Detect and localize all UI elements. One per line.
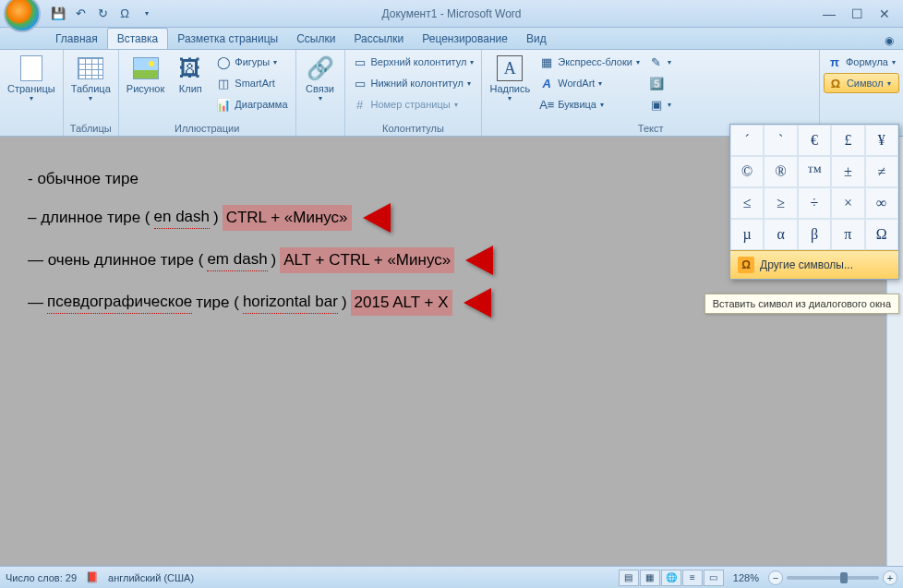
header-icon: ▭ <box>353 54 367 69</box>
symbol-cell[interactable]: µ <box>730 219 764 250</box>
symbol-cell[interactable]: β <box>798 219 831 250</box>
object-icon: ▣ <box>649 97 664 112</box>
table-icon <box>78 57 103 79</box>
sig-icon: ✎ <box>649 54 664 69</box>
pages-button[interactable]: Страницы ▾ <box>4 52 59 104</box>
zoom-thumb[interactable] <box>840 572 848 583</box>
symbol-cell[interactable]: ® <box>764 156 797 187</box>
title-bar: 💾 ↶ ↻ Ω ▾ Документ1 - Microsoft Word — ☐… <box>0 0 903 28</box>
web-view[interactable]: 🌐 <box>661 570 681 586</box>
qat-more-icon[interactable]: ▾ <box>137 4 157 24</box>
group-label <box>4 121 59 136</box>
textbox-button[interactable]: A Надпись ▾ <box>486 52 534 104</box>
omega-icon: Ω <box>738 257 754 273</box>
symbol-dropdown: ´`€£¥©®™±≠≤≥÷×∞µαβπΩ Ω Другие символы... <box>729 124 899 280</box>
highlight: 2015 ALT + X <box>351 290 452 316</box>
status-bar: Число слов: 29 📕 английский (США) ▤ ▦ 🌐 … <box>0 566 903 588</box>
textbox-icon: A <box>497 55 523 81</box>
illus-group-label: Иллюстрации <box>123 121 292 136</box>
symbol-cell[interactable]: ´ <box>730 125 764 156</box>
symbol-cell[interactable]: £ <box>831 125 864 156</box>
highlight: ALT + CTRL + «Минус» <box>280 247 454 273</box>
quickparts-button[interactable]: ▦Экспресс-блоки▾ <box>536 52 644 72</box>
datetime-button[interactable]: 5️⃣ <box>645 73 675 93</box>
symbol-cell[interactable]: © <box>730 156 764 187</box>
tab-references[interactable]: Ссылки <box>287 29 344 49</box>
group-links: 🔗 Связи ▾ <box>296 50 345 136</box>
symbol-cell[interactable]: ≥ <box>764 187 797 219</box>
symbol-cell[interactable]: Ω <box>865 219 898 250</box>
fullscreen-view[interactable]: ▦ <box>640 570 660 586</box>
zoom-in-button[interactable]: + <box>883 570 897 585</box>
page-icon <box>20 55 42 81</box>
tab-review[interactable]: Рецензирование <box>413 29 517 49</box>
symbol-cell[interactable]: × <box>831 187 864 219</box>
dropcap-button[interactable]: A≡Буквица▾ <box>536 94 644 114</box>
clipart-button[interactable]: 🖼 Клип <box>170 52 211 96</box>
symbol-cell[interactable]: ± <box>831 156 864 187</box>
proofing-icon[interactable]: 📕 <box>86 571 99 583</box>
zoom-track[interactable] <box>787 576 879 580</box>
minimize-button[interactable]: — <box>818 5 840 23</box>
picture-button[interactable]: Рисунок <box>123 52 169 96</box>
shapes-button[interactable]: ◯Фигуры▾ <box>212 52 291 72</box>
close-button[interactable]: ✕ <box>873 5 896 23</box>
word-count[interactable]: Число слов: 29 <box>6 572 77 583</box>
table-button[interactable]: Таблица ▾ <box>67 52 114 104</box>
symbol-cell[interactable]: € <box>798 125 831 156</box>
links-button[interactable]: 🔗 Связи ▾ <box>300 52 341 104</box>
date-icon: 5️⃣ <box>649 76 664 90</box>
tab-page-layout[interactable]: Разметка страницы <box>168 29 287 49</box>
undo-button[interactable]: ↶ <box>70 4 90 24</box>
symbol-cell[interactable]: ¥ <box>865 125 898 156</box>
pi-icon: π <box>827 54 842 69</box>
draft-view[interactable]: ▭ <box>704 570 724 586</box>
omega-icon: Ω <box>828 76 843 90</box>
symbol-cell[interactable]: ≤ <box>730 187 764 219</box>
group-headers: ▭Верхний колонтитул▾ ▭Нижний колонтитул▾… <box>345 50 483 136</box>
dropcap-icon: A≡ <box>539 97 554 112</box>
more-symbols-button[interactable]: Ω Другие символы... <box>730 250 898 279</box>
zoom-level[interactable]: 128% <box>733 572 759 583</box>
zoom-slider[interactable]: − + <box>768 570 897 585</box>
print-layout-view[interactable]: ▤ <box>619 570 639 586</box>
symbol-button[interactable]: ΩСимвол▾ <box>824 73 899 93</box>
help-icon[interactable]: ◉ <box>875 32 903 49</box>
clip-label: Клип <box>179 83 202 94</box>
symbol-qat-button[interactable]: Ω <box>114 4 135 24</box>
pagenum-icon: # <box>353 97 367 112</box>
footer-button[interactable]: ▭Нижний колонтитул▾ <box>349 73 478 93</box>
arrow-icon <box>464 288 491 318</box>
chart-button[interactable]: 📊Диаграмма <box>212 94 291 114</box>
tab-insert[interactable]: Вставка <box>107 28 169 49</box>
office-button[interactable] <box>4 0 41 32</box>
header-button[interactable]: ▭Верхний колонтитул▾ <box>349 52 478 72</box>
symbol-cell[interactable]: ™ <box>798 156 831 187</box>
chart-icon: 📊 <box>216 97 231 112</box>
page-number-button[interactable]: #Номер страницы▾ <box>349 94 478 114</box>
highlight: CTRL + «Минус» <box>223 205 352 231</box>
symbol-cell[interactable]: ∞ <box>865 187 898 219</box>
symbol-cell[interactable]: π <box>831 219 864 250</box>
wordart-button[interactable]: AWordArt▾ <box>536 73 644 93</box>
save-button[interactable]: 💾 <box>48 4 68 24</box>
quickparts-icon: ▦ <box>539 54 554 69</box>
tab-home[interactable]: Главная <box>46 29 107 49</box>
more-symbols-label: Другие символы... <box>760 258 853 271</box>
zoom-out-button[interactable]: − <box>768 570 783 585</box>
outline-view[interactable]: ≡ <box>682 570 703 586</box>
language-button[interactable]: английский (США) <box>108 572 194 583</box>
maximize-button[interactable]: ☐ <box>846 5 868 23</box>
tab-mailings[interactable]: Рассылки <box>344 29 413 49</box>
equation-button[interactable]: πФормула▾ <box>824 52 899 72</box>
symbol-cell[interactable]: ≠ <box>865 156 898 187</box>
tab-view[interactable]: Вид <box>517 29 556 49</box>
links-label: Связи <box>306 83 334 94</box>
symbol-cell[interactable]: ` <box>764 125 797 156</box>
redo-button[interactable]: ↻ <box>92 4 113 24</box>
symbol-cell[interactable]: ÷ <box>798 187 831 219</box>
symbol-cell[interactable]: α <box>764 219 797 250</box>
object-button[interactable]: ▣▾ <box>645 94 675 114</box>
smartart-button[interactable]: ◫SmartArt <box>212 73 291 93</box>
signature-button[interactable]: ✎▾ <box>645 52 675 72</box>
